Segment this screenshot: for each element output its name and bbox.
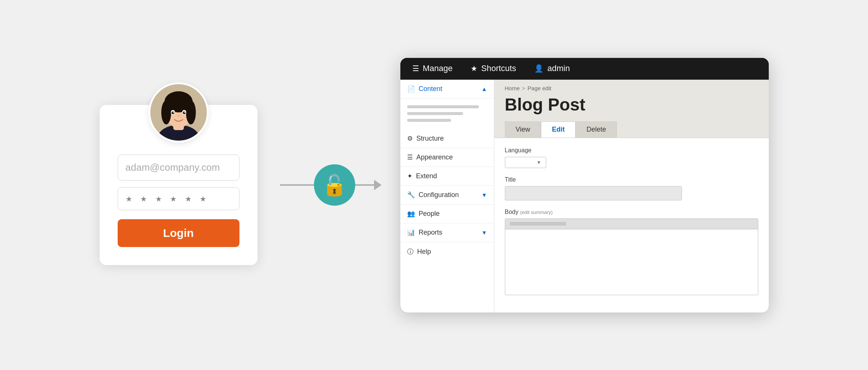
sidebar-people-label: People [419,210,440,218]
cms-topbar: ☰ Manage ★ Shortcuts 👤 admin [400,58,769,80]
breadcrumb: Home > Page edit [494,80,769,93]
body-note: (edit summary) [520,209,553,215]
form-group-title: Title [505,176,758,200]
sidebar-item-content[interactable]: 📄 Content ▲ [400,80,494,99]
sidebar-item-appearance[interactable]: ☰ Appearence [400,148,494,167]
sidebar-structure-label: Structure [417,135,444,143]
star-icon: ★ [471,64,477,73]
svg-point-11 [173,112,174,113]
sidebar-item-structure[interactable]: ⚙ Structure [400,129,494,148]
title-label: Title [505,176,758,183]
tab-view[interactable]: View [505,121,541,138]
content-preview [400,99,494,129]
sidebar-item-reports-left: 📊 Reports [407,229,442,237]
title-input[interactable] [505,186,682,200]
sidebar-item-help[interactable]: ⓘ Help [400,242,494,261]
login-button[interactable]: Login [118,219,239,247]
svg-point-6 [186,100,195,124]
sidebar-item-structure-left: ⚙ Structure [407,135,444,143]
sidebar-item-extend[interactable]: ✦ Extend [400,167,494,186]
chevron-up-icon: ▲ [482,86,487,92]
chevron-down-config-icon: ▼ [482,192,487,198]
sidebar-item-configuration[interactable]: 🔧 Configuration ▼ [400,186,494,205]
reports-icon: 📊 [407,229,415,237]
svg-point-9 [171,111,174,114]
password-field[interactable] [118,187,239,210]
preview-line [407,112,463,115]
sidebar-content-label: Content [419,85,442,93]
svg-point-10 [183,111,186,114]
breadcrumb-page-edit: Page edit [527,85,551,91]
sidebar-item-people-left: 👥 People [407,210,440,218]
connector-line-right [355,184,378,186]
hamburger-icon: ☰ [412,64,419,73]
topbar-manage[interactable]: ☰ Manage [409,61,456,76]
cms-window: ☰ Manage ★ Shortcuts 👤 admin 📄 Content [400,58,769,312]
toolbar-placeholder [510,222,566,226]
topbar-shortcuts[interactable]: ★ Shortcuts [468,61,519,76]
chevron-down-reports-icon: ▼ [482,229,487,236]
cms-main-panel: Home > Page edit Blog Post View Edit Del… [494,80,769,312]
sidebar-item-content-left: 📄 Content [407,85,442,93]
lock-icon: 🔓 [322,175,347,195]
sidebar-help-label: Help [417,248,431,256]
topbar-shortcuts-label: Shortcuts [481,64,516,73]
sidebar-item-appearance-left: ☰ Appearence [407,153,453,161]
body-textarea[interactable] [505,229,758,293]
cms-body: 📄 Content ▲ ⚙ Structure [400,80,769,312]
body-textarea-wrap [505,218,758,295]
appearance-icon: ☰ [407,153,413,161]
document-icon: 📄 [407,85,415,93]
sidebar-extend-label: Extend [416,172,437,180]
cms-form: Language ▼ Title [494,138,769,312]
sidebar-appearance-label: Appearence [417,153,453,161]
sidebar-item-people[interactable]: 👥 People [400,205,494,223]
page-title: Blog Post [494,93,769,121]
config-icon: 🔧 [407,191,415,199]
sidebar-item-reports[interactable]: 📊 Reports ▼ [400,223,494,242]
tab-delete[interactable]: Delete [576,121,617,138]
topbar-admin[interactable]: 👤 admin [531,61,573,76]
form-group-body: Body (edit summary) [505,209,758,295]
breadcrumb-separator: > [522,85,526,91]
extend-icon: ✦ [407,172,412,180]
svg-point-5 [161,100,171,124]
topbar-manage-label: Manage [423,64,453,73]
language-select[interactable]: ▼ [505,157,758,168]
preview-line [407,105,479,108]
connector-line-left [280,184,314,186]
topbar-admin-label: admin [547,64,570,73]
scene: Login 🔓 ☰ Manage ★ Shortcuts 👤 admin [0,0,868,370]
user-icon: 👤 [534,64,544,73]
sidebar-configuration-label: Configuration [419,191,459,199]
language-label: Language [505,147,758,154]
language-select-box[interactable]: ▼ [505,157,546,168]
structure-icon: ⚙ [407,135,413,143]
select-chevron-icon: ▼ [537,160,541,165]
sidebar-item-configuration-left: 🔧 Configuration [407,191,459,199]
sidebar-reports-label: Reports [419,229,442,237]
help-icon: ⓘ [407,247,414,256]
textarea-toolbar [505,219,758,229]
email-field[interactable] [118,155,239,180]
tab-edit[interactable]: Edit [541,121,576,138]
svg-point-12 [184,112,185,113]
login-form: Login [118,155,239,247]
sidebar-item-extend-left: ✦ Extend [407,172,437,180]
cms-sidebar: 📄 Content ▲ ⚙ Structure [400,80,494,312]
body-label: Body (edit summary) [505,209,758,215]
breadcrumb-home[interactable]: Home [505,85,520,91]
lock-circle: 🔓 [314,164,355,206]
login-card: Login [100,105,258,265]
sidebar-item-help-left: ⓘ Help [407,247,431,256]
people-icon: 👥 [407,210,415,218]
connector: 🔓 [280,164,378,206]
form-group-language: Language ▼ [505,147,758,168]
preview-line [407,119,451,122]
avatar [148,82,209,143]
cms-tabs: View Edit Delete [494,121,769,138]
